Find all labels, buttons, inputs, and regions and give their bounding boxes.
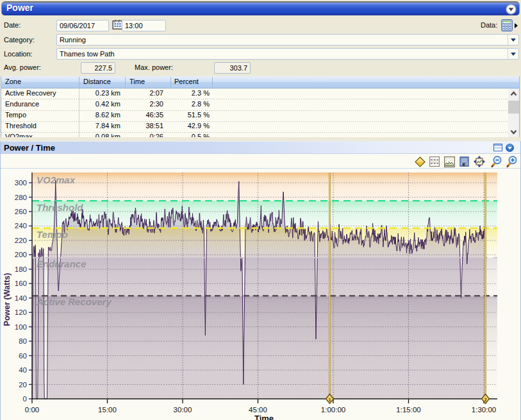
svg-text:Power (Watts): Power (Watts) <box>3 273 12 326</box>
svg-text:260: 260 <box>15 208 27 215</box>
svg-text:120: 120 <box>15 308 27 316</box>
svg-text:1:30:00: 1:30:00 <box>472 406 496 414</box>
svg-text:1:15:00: 1:15:00 <box>396 406 420 414</box>
svg-text:Endurance: Endurance <box>37 258 87 269</box>
svg-text:1:00:00: 1:00:00 <box>321 406 345 414</box>
svg-text:30:00: 30:00 <box>174 406 192 414</box>
svg-text:280: 280 <box>15 194 27 201</box>
svg-text:40: 40 <box>19 366 27 374</box>
svg-text:180: 180 <box>15 265 27 273</box>
svg-text:VO2max: VO2max <box>37 174 76 185</box>
svg-text:Threshold: Threshold <box>37 202 83 213</box>
svg-text:60: 60 <box>19 352 27 360</box>
svg-text:15:00: 15:00 <box>98 406 117 414</box>
svg-text:Time: Time <box>254 414 274 420</box>
svg-text:1: 1 <box>329 398 331 402</box>
svg-text:300: 300 <box>15 179 27 187</box>
svg-text:0:00: 0:00 <box>25 406 39 414</box>
svg-text:Tempo: Tempo <box>37 229 68 240</box>
svg-text:220: 220 <box>15 237 27 244</box>
svg-text:45:00: 45:00 <box>249 406 267 414</box>
svg-text:140: 140 <box>15 294 27 302</box>
svg-text:0: 0 <box>23 395 27 403</box>
svg-text:200: 200 <box>15 251 27 258</box>
svg-text:240: 240 <box>15 222 27 230</box>
svg-text:2: 2 <box>484 398 487 402</box>
svg-text:80: 80 <box>19 337 27 345</box>
svg-text:160: 160 <box>15 280 27 287</box>
svg-text:100: 100 <box>15 323 27 331</box>
svg-text:Active Recovery: Active Recovery <box>36 296 112 307</box>
svg-text:20: 20 <box>19 381 27 389</box>
